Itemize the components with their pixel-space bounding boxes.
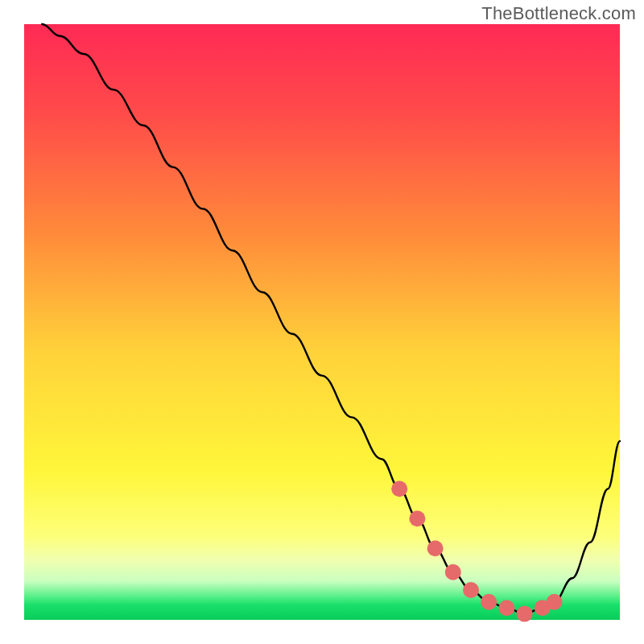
bottleneck-chart bbox=[0, 0, 644, 644]
optimal-dot bbox=[445, 564, 461, 580]
optimal-dot bbox=[409, 510, 425, 526]
optimal-dot bbox=[517, 606, 533, 622]
optimal-dot bbox=[463, 582, 479, 598]
watermark-text: TheBottleneck.com bbox=[481, 3, 636, 24]
optimal-dot bbox=[498, 600, 514, 616]
optimal-dot bbox=[481, 594, 497, 610]
optimal-dot bbox=[547, 594, 563, 610]
chart-container: TheBottleneck.com bbox=[0, 0, 644, 644]
optimal-dot bbox=[391, 481, 407, 497]
plot-background bbox=[24, 24, 620, 620]
optimal-dot bbox=[427, 540, 444, 556]
